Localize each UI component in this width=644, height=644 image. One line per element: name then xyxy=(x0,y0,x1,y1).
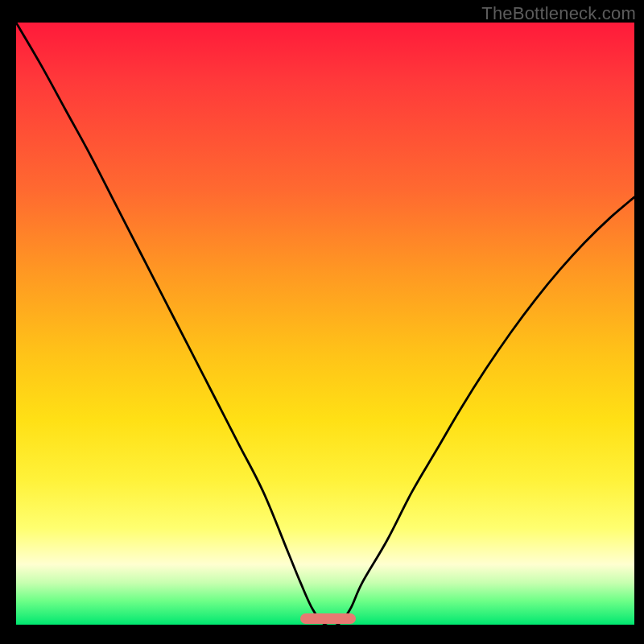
watermark-text: TheBottleneck.com xyxy=(481,3,636,24)
chart-frame: TheBottleneck.com xyxy=(0,0,644,644)
minimum-marker xyxy=(300,613,356,624)
bottleneck-curve xyxy=(16,23,634,625)
plot-area xyxy=(16,23,634,625)
